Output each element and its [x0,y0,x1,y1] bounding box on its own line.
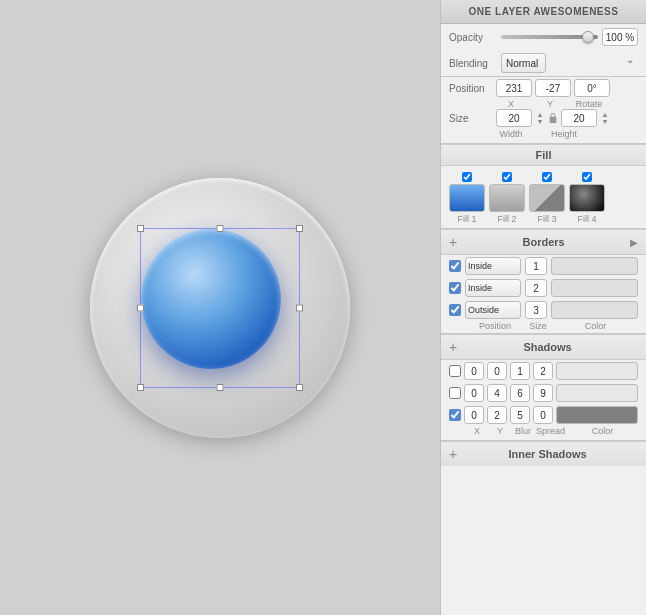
inner-shadows-title: Inner Shadows [457,448,638,460]
opacity-label: Opacity [449,32,497,43]
selection-handle-br[interactable] [296,384,303,391]
position-x-input[interactable] [496,79,532,97]
shadow-row-3 [441,404,646,426]
properties-panel: ONE LAYER AWESOMENESS Opacity Blending N… [440,0,646,615]
lock-icon[interactable] [549,113,557,123]
shadows-add-button[interactable]: + [449,339,457,355]
shadow-1-color[interactable] [556,362,638,380]
borders-expand-icon[interactable]: ▶ [630,237,638,248]
fill-1-checkbox[interactable] [462,172,472,182]
shadow-1-spread[interactable] [533,362,553,380]
border-sublabels: Position Size Color [441,321,646,333]
shadow-3-x[interactable] [464,406,484,424]
position-size-area: Position X Y Rotate Size ▲ ▼ [441,77,646,143]
shadow-3-color[interactable] [556,406,638,424]
stepper-up-icon[interactable]: ▲ [535,111,545,118]
shadow-3-blur[interactable] [510,406,530,424]
border-3-checkbox[interactable] [449,304,461,316]
selection-handle-tl[interactable] [137,225,144,232]
shadow-3-checkbox[interactable] [449,409,461,421]
opacity-slider-track[interactable] [501,35,598,39]
size-width-stepper[interactable]: ▲ ▼ [535,111,545,125]
selection-handle-mr[interactable] [296,304,303,311]
selection-handle-tm[interactable] [217,225,224,232]
size-width-input[interactable] [496,109,532,127]
blue-sphere [141,229,281,369]
border-row-3: InsideOutsideCenter [441,299,646,321]
border-size-label: Size [527,321,549,331]
shadow-2-blur[interactable] [510,384,530,402]
fill-4-swatch[interactable] [569,184,605,212]
borders-section-header: + Borders ▶ [441,229,646,255]
size-height-input[interactable] [561,109,597,127]
shadow-2-color[interactable] [556,384,638,402]
fill-1-label: Fill 1 [449,214,485,224]
rotate-input[interactable] [574,79,610,97]
fill-3-checkbox[interactable] [542,172,552,182]
borders-add-button[interactable]: + [449,234,457,250]
background-circle [90,178,350,438]
fill-1-swatch[interactable] [449,184,485,212]
fill-item-1 [449,172,485,212]
shadows-title: Shadows [457,341,638,353]
blending-select[interactable]: Normal Multiply Screen Overlay [501,53,546,73]
shadow-2-x[interactable] [464,384,484,402]
shadow-blur-label: Blur [513,426,533,436]
position-sublabels: X Y Rotate [493,99,638,109]
fill-title: Fill [449,149,638,161]
selection-handle-tr[interactable] [296,225,303,232]
shadow-2-checkbox[interactable] [449,387,461,399]
shadow-x-label: X [467,426,487,436]
fill-3-label: Fill 3 [529,214,565,224]
selection-box [140,228,300,388]
position-label: Position [449,83,493,94]
opacity-value[interactable] [602,28,638,46]
border-2-position-select[interactable]: InsideOutsideCenter [465,279,521,297]
border-color-label: Color [553,321,638,331]
fill-4-checkbox[interactable] [582,172,592,182]
stepper-down-height-icon[interactable]: ▼ [600,118,610,125]
position-y-input[interactable] [535,79,571,97]
shadow-row-2 [441,382,646,404]
shadow-1-checkbox[interactable] [449,365,461,377]
fill-3-swatch[interactable] [529,184,565,212]
size-height-stepper[interactable]: ▲ ▼ [600,111,610,125]
opacity-slider-thumb[interactable] [582,31,594,43]
shadow-1-y[interactable] [487,362,507,380]
fill-4-label: Fill 4 [569,214,605,224]
shadow-y-label: Y [490,426,510,436]
border-3-position-select[interactable]: InsideOutsideCenter [465,301,521,319]
size-label: Size [449,113,493,124]
fill-labels: Fill 1 Fill 2 Fill 3 Fill 4 [441,214,646,228]
border-1-position-select[interactable]: InsideOutsideCenter [465,257,521,275]
fill-swatches [441,166,646,214]
inner-shadows-add-button[interactable]: + [449,446,457,462]
shadow-row-1 [441,360,646,382]
selection-handle-ml[interactable] [137,304,144,311]
fill-2-checkbox[interactable] [502,172,512,182]
border-3-size-input[interactable] [525,301,547,319]
border-1-color-swatch[interactable] [551,257,638,275]
svg-rect-0 [550,117,556,123]
shadow-1-blur[interactable] [510,362,530,380]
shadow-2-spread[interactable] [533,384,553,402]
shadow-3-spread[interactable] [533,406,553,424]
shadow-3-y[interactable] [487,406,507,424]
fill-item-4 [569,172,605,212]
selection-handle-bl[interactable] [137,384,144,391]
border-2-color-swatch[interactable] [551,279,638,297]
stepper-down-icon[interactable]: ▼ [535,118,545,125]
border-1-size-input[interactable] [525,257,547,275]
shadow-2-y[interactable] [487,384,507,402]
selection-handle-bm[interactable] [217,384,224,391]
fill-2-swatch[interactable] [489,184,525,212]
blending-label: Blending [449,58,497,69]
shadow-spread-label: Spread [536,426,564,436]
stepper-up-height-icon[interactable]: ▲ [600,111,610,118]
shadow-1-x[interactable] [464,362,484,380]
border-2-size-input[interactable] [525,279,547,297]
border-3-color-swatch[interactable] [551,301,638,319]
border-2-checkbox[interactable] [449,282,461,294]
border-1-checkbox[interactable] [449,260,461,272]
opacity-row: Opacity [441,24,646,50]
